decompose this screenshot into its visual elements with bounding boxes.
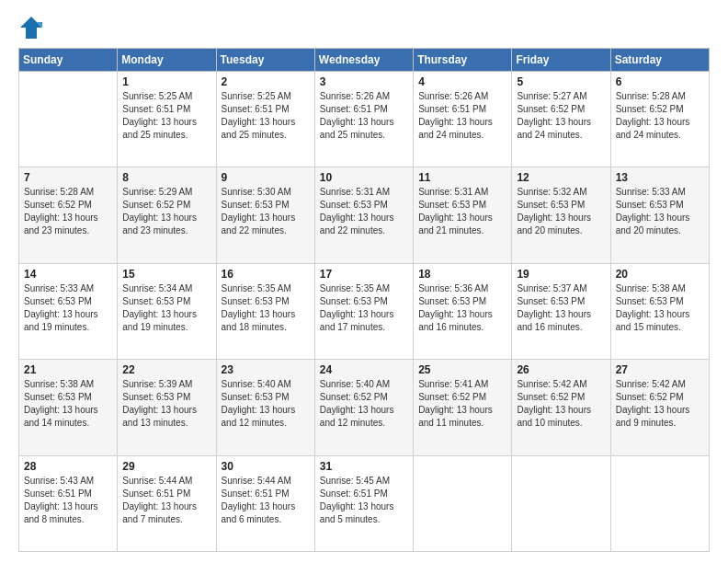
header-cell-sunday: Sunday — [19, 49, 118, 72]
day-number: 30 — [222, 460, 310, 473]
header-cell-wednesday: Wednesday — [314, 49, 413, 72]
day-cell: 29Sunrise: 5:44 AMSunset: 6:51 PMDayligh… — [118, 455, 216, 551]
day-number: 7 — [24, 171, 112, 184]
day-cell: 20Sunrise: 5:38 AMSunset: 6:53 PMDayligh… — [610, 263, 709, 359]
logo — [18, 15, 48, 40]
day-cell: 9Sunrise: 5:30 AMSunset: 6:53 PMDaylight… — [216, 167, 314, 263]
day-number: 22 — [122, 363, 210, 376]
week-row-2: 14Sunrise: 5:33 AMSunset: 6:53 PMDayligh… — [19, 263, 710, 359]
day-details: Sunrise: 5:28 AMSunset: 6:52 PMDaylight:… — [616, 91, 690, 140]
day-cell — [610, 455, 709, 551]
day-number: 19 — [517, 268, 605, 281]
day-details: Sunrise: 5:31 AMSunset: 6:53 PMDaylight:… — [418, 187, 493, 236]
day-details: Sunrise: 5:44 AMSunset: 6:51 PMDaylight:… — [122, 476, 197, 524]
day-cell: 17Sunrise: 5:35 AMSunset: 6:53 PMDayligh… — [314, 263, 413, 359]
header-row: SundayMondayTuesdayWednesdayThursdayFrid… — [19, 49, 710, 72]
day-details: Sunrise: 5:27 AMSunset: 6:52 PMDaylight:… — [517, 91, 591, 140]
day-cell: 19Sunrise: 5:37 AMSunset: 6:53 PMDayligh… — [512, 263, 610, 359]
day-details: Sunrise: 5:26 AMSunset: 6:51 PMDaylight:… — [320, 91, 394, 140]
day-cell: 10Sunrise: 5:31 AMSunset: 6:53 PMDayligh… — [314, 167, 413, 263]
day-details: Sunrise: 5:44 AMSunset: 6:51 PMDaylight:… — [222, 476, 296, 524]
day-number: 4 — [418, 75, 506, 88]
day-number: 16 — [222, 268, 310, 281]
day-details: Sunrise: 5:31 AMSunset: 6:53 PMDaylight:… — [320, 187, 394, 236]
header-cell-tuesday: Tuesday — [216, 49, 314, 72]
day-number: 5 — [517, 75, 605, 88]
day-details: Sunrise: 5:36 AMSunset: 6:53 PMDaylight:… — [418, 283, 493, 332]
day-cell: 6Sunrise: 5:28 AMSunset: 6:52 PMDaylight… — [610, 72, 709, 167]
header-cell-thursday: Thursday — [414, 49, 512, 72]
day-cell: 11Sunrise: 5:31 AMSunset: 6:53 PMDayligh… — [414, 167, 512, 263]
day-number: 31 — [320, 460, 408, 473]
day-cell: 25Sunrise: 5:41 AMSunset: 6:52 PMDayligh… — [414, 360, 512, 455]
day-number: 13 — [616, 171, 704, 184]
day-details: Sunrise: 5:33 AMSunset: 6:53 PMDaylight:… — [24, 283, 98, 332]
day-cell: 16Sunrise: 5:35 AMSunset: 6:53 PMDayligh… — [216, 263, 314, 359]
day-number: 6 — [616, 75, 704, 88]
day-cell: 14Sunrise: 5:33 AMSunset: 6:53 PMDayligh… — [19, 263, 118, 359]
day-cell: 22Sunrise: 5:39 AMSunset: 6:53 PMDayligh… — [118, 360, 216, 455]
day-details: Sunrise: 5:35 AMSunset: 6:53 PMDaylight:… — [320, 283, 394, 332]
day-cell: 23Sunrise: 5:40 AMSunset: 6:53 PMDayligh… — [216, 360, 314, 455]
day-number: 21 — [24, 363, 112, 376]
day-cell: 3Sunrise: 5:26 AMSunset: 6:51 PMDaylight… — [314, 72, 413, 167]
day-details: Sunrise: 5:38 AMSunset: 6:53 PMDaylight:… — [24, 379, 98, 428]
day-details: Sunrise: 5:29 AMSunset: 6:52 PMDaylight:… — [122, 187, 197, 236]
day-details: Sunrise: 5:40 AMSunset: 6:53 PMDaylight:… — [222, 379, 296, 428]
day-details: Sunrise: 5:28 AMSunset: 6:52 PMDaylight:… — [24, 187, 98, 236]
day-details: Sunrise: 5:33 AMSunset: 6:53 PMDaylight:… — [616, 187, 690, 236]
day-details: Sunrise: 5:25 AMSunset: 6:51 PMDaylight:… — [122, 91, 197, 140]
week-row-1: 7Sunrise: 5:28 AMSunset: 6:52 PMDaylight… — [19, 167, 710, 263]
day-cell: 7Sunrise: 5:28 AMSunset: 6:52 PMDaylight… — [19, 167, 118, 263]
day-details: Sunrise: 5:34 AMSunset: 6:53 PMDaylight:… — [122, 283, 197, 332]
day-cell: 5Sunrise: 5:27 AMSunset: 6:52 PMDaylight… — [512, 72, 610, 167]
day-cell: 1Sunrise: 5:25 AMSunset: 6:51 PMDaylight… — [118, 72, 216, 167]
day-details: Sunrise: 5:40 AMSunset: 6:52 PMDaylight:… — [320, 379, 394, 428]
day-number: 20 — [616, 268, 704, 281]
week-row-4: 28Sunrise: 5:43 AMSunset: 6:51 PMDayligh… — [19, 455, 710, 551]
header-cell-friday: Friday — [512, 49, 610, 72]
day-number: 25 — [418, 363, 506, 376]
calendar-table: SundayMondayTuesdayWednesdayThursdayFrid… — [18, 48, 710, 552]
day-cell: 26Sunrise: 5:42 AMSunset: 6:52 PMDayligh… — [512, 360, 610, 455]
day-cell: 31Sunrise: 5:45 AMSunset: 6:51 PMDayligh… — [314, 455, 413, 551]
day-number: 3 — [320, 75, 408, 88]
day-number: 24 — [320, 363, 408, 376]
day-number: 15 — [122, 268, 210, 281]
day-details: Sunrise: 5:35 AMSunset: 6:53 PMDaylight:… — [222, 283, 296, 332]
day-number: 23 — [222, 363, 310, 376]
header-cell-saturday: Saturday — [610, 49, 709, 72]
day-details: Sunrise: 5:41 AMSunset: 6:52 PMDaylight:… — [418, 379, 493, 428]
day-cell: 27Sunrise: 5:42 AMSunset: 6:52 PMDayligh… — [610, 360, 709, 455]
day-details: Sunrise: 5:26 AMSunset: 6:51 PMDaylight:… — [418, 91, 493, 140]
day-number: 9 — [222, 171, 310, 184]
day-number: 12 — [517, 171, 605, 184]
day-cell: 18Sunrise: 5:36 AMSunset: 6:53 PMDayligh… — [414, 263, 512, 359]
day-details: Sunrise: 5:42 AMSunset: 6:52 PMDaylight:… — [517, 379, 591, 428]
day-number: 18 — [418, 268, 506, 281]
day-number: 2 — [222, 75, 310, 88]
day-details: Sunrise: 5:42 AMSunset: 6:52 PMDaylight:… — [616, 379, 690, 428]
day-number: 26 — [517, 363, 605, 376]
day-cell: 8Sunrise: 5:29 AMSunset: 6:52 PMDaylight… — [118, 167, 216, 263]
day-number: 8 — [122, 171, 210, 184]
week-row-0: 1Sunrise: 5:25 AMSunset: 6:51 PMDaylight… — [19, 72, 710, 167]
day-cell: 4Sunrise: 5:26 AMSunset: 6:51 PMDaylight… — [414, 72, 512, 167]
day-number: 27 — [616, 363, 704, 376]
day-details: Sunrise: 5:43 AMSunset: 6:51 PMDaylight:… — [24, 476, 98, 524]
day-cell — [512, 455, 610, 551]
day-cell: 24Sunrise: 5:40 AMSunset: 6:52 PMDayligh… — [314, 360, 413, 455]
header-cell-monday: Monday — [118, 49, 216, 72]
logo-icon — [18, 15, 44, 40]
day-number: 14 — [24, 268, 112, 281]
day-details: Sunrise: 5:37 AMSunset: 6:53 PMDaylight:… — [517, 283, 591, 332]
day-cell: 21Sunrise: 5:38 AMSunset: 6:53 PMDayligh… — [19, 360, 118, 455]
day-cell: 2Sunrise: 5:25 AMSunset: 6:51 PMDaylight… — [216, 72, 314, 167]
day-cell: 13Sunrise: 5:33 AMSunset: 6:53 PMDayligh… — [610, 167, 709, 263]
day-cell — [19, 72, 118, 167]
day-cell: 30Sunrise: 5:44 AMSunset: 6:51 PMDayligh… — [216, 455, 314, 551]
day-details: Sunrise: 5:38 AMSunset: 6:53 PMDaylight:… — [616, 283, 690, 332]
day-details: Sunrise: 5:30 AMSunset: 6:53 PMDaylight:… — [222, 187, 296, 236]
day-number: 28 — [24, 460, 112, 473]
header — [18, 15, 710, 40]
